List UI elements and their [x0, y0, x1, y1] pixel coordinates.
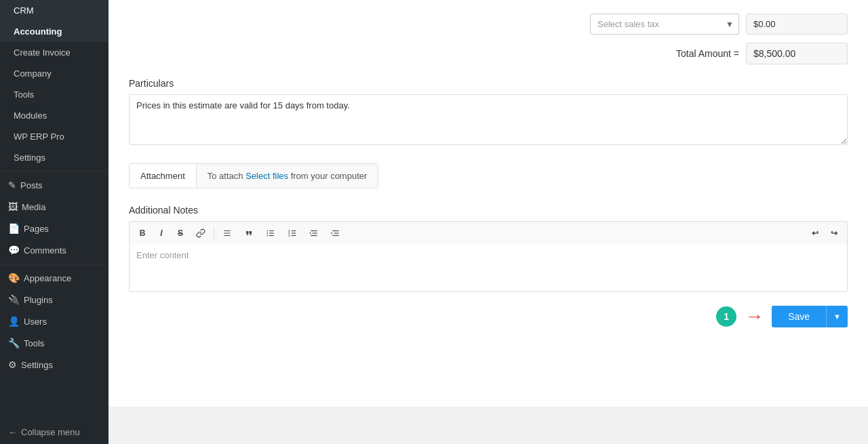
content-area: Select sales tax ▼ $0.00 Total Amount = … — [108, 0, 868, 407]
ordered-list-button[interactable]: 1 2 3 — [282, 224, 302, 242]
sales-tax-select[interactable]: Select sales tax — [590, 14, 739, 35]
comments-label: Comments — [24, 245, 66, 256]
users-icon: 👤 — [8, 316, 20, 327]
attachment-text-after: from your computer — [288, 171, 367, 181]
tools-icon: 🔧 — [8, 338, 20, 348]
settings-icon: ⚙ — [8, 359, 17, 370]
sales-tax-amount: $0.00 — [746, 14, 848, 35]
save-button-group: Save ▼ — [772, 306, 848, 327]
redo-button[interactable]: ↪ — [825, 224, 843, 242]
unordered-list-button[interactable] — [260, 224, 281, 242]
select-files-link[interactable]: Select files — [245, 171, 288, 181]
editor-placeholder: Enter content — [136, 250, 189, 260]
save-section: 1 → Save ▼ — [129, 306, 848, 327]
total-amount-label: Total Amount = — [676, 48, 739, 59]
wp-erp-pro-label: WP ERP Pro — [14, 132, 64, 142]
collapse-label: Collapse menu — [21, 427, 80, 437]
sidebar-item-users[interactable]: 👤 Users — [0, 310, 108, 332]
collapse-menu[interactable]: ← Collapse menu — [0, 420, 108, 444]
additional-notes-label: Additional Notes — [129, 205, 848, 216]
editor-toolbar: B I S — [129, 221, 848, 245]
heading-button[interactable] — [217, 224, 237, 242]
settings-erp-label: Settings — [14, 153, 45, 163]
company-label: Company — [14, 68, 52, 79]
svg-text:3: 3 — [288, 234, 290, 237]
modules-label: Modules — [14, 110, 47, 121]
undo-button[interactable]: ↩ — [806, 224, 824, 242]
italic-button[interactable]: I — [153, 224, 170, 242]
sidebar-item-create-invoice[interactable]: Create Invoice — [0, 42, 108, 63]
plugins-icon: 🔌 — [8, 294, 20, 305]
attachment-tab: Attachment To attach Select files from y… — [129, 163, 378, 188]
sidebar-item-tools[interactable]: Tools — [0, 84, 108, 105]
attachment-text-before: To attach — [208, 171, 245, 181]
arrow-right-icon: → — [745, 307, 764, 326]
svg-point-4 — [267, 233, 268, 234]
media-icon: 🖼 — [8, 201, 18, 212]
sidebar-item-wp-erp-pro[interactable]: WP ERP Pro — [0, 126, 108, 147]
step-indicator: 1 — [716, 306, 736, 327]
sidebar-item-company[interactable]: Company — [0, 63, 108, 84]
indent-decrease-button[interactable] — [304, 224, 324, 242]
sidebar-item-settings[interactable]: Settings — [0, 147, 108, 168]
svg-point-3 — [267, 230, 268, 232]
attachment-tab-content: To attach Select files from your compute… — [197, 164, 378, 188]
sidebar-item-media[interactable]: 🖼 Media — [0, 196, 108, 218]
sales-tax-row: Select sales tax ▼ $0.00 — [129, 14, 848, 35]
pages-label: Pages — [24, 224, 49, 234]
tools-label: Tools — [14, 89, 34, 100]
sidebar-item-appearance[interactable]: 🎨 Appearance — [0, 267, 108, 289]
main-content: Select sales tax ▼ $0.00 Total Amount = … — [108, 0, 868, 444]
total-amount-row: Total Amount = $8,500.00 — [129, 43, 848, 64]
settings2-label: Settings — [21, 360, 53, 370]
attachment-tab-label: Attachment — [130, 164, 197, 188]
pages-icon: 📄 — [8, 223, 20, 234]
sidebar-item-settings2[interactable]: ⚙ Settings — [0, 354, 108, 376]
crm-label: CRM — [14, 5, 34, 16]
additional-notes-section: Additional Notes B I S — [129, 205, 848, 292]
save-button[interactable]: Save — [772, 306, 826, 327]
indent-increase-button[interactable] — [326, 224, 346, 242]
bold-button[interactable]: B — [134, 224, 151, 242]
editor-content[interactable]: Enter content — [129, 245, 848, 292]
sidebar-item-crm[interactable]: CRM — [0, 0, 108, 21]
accounting-label: Accounting — [14, 26, 62, 37]
sales-tax-select-wrapper: Select sales tax ▼ — [590, 14, 739, 35]
particulars-label: Particulars — [129, 78, 848, 89]
total-amount-value: $8,500.00 — [746, 43, 848, 64]
sidebar-item-tools2[interactable]: 🔧 Tools — [0, 332, 108, 354]
link-button[interactable] — [191, 224, 211, 242]
sidebar: CRM Accounting Create Invoice Company To… — [0, 0, 108, 444]
toolbar-divider-1 — [214, 226, 214, 240]
comments-icon: 💬 — [8, 245, 20, 256]
particulars-textarea[interactable]: Prices in this estimate are valid for 15… — [129, 94, 848, 145]
users-label: Users — [24, 317, 47, 327]
sidebar-item-posts[interactable]: ✎ Posts — [0, 174, 108, 196]
tools2-label: Tools — [24, 338, 44, 348]
blockquote-button[interactable] — [239, 224, 259, 242]
svg-point-5 — [267, 235, 268, 237]
collapse-icon: ← — [8, 427, 17, 437]
plugins-label: Plugins — [24, 295, 53, 305]
attachment-section: Attachment To attach Select files from y… — [129, 163, 848, 188]
sidebar-item-comments[interactable]: 💬 Comments — [0, 239, 108, 261]
sidebar-item-plugins[interactable]: 🔌 Plugins — [0, 289, 108, 310]
sidebar-item-modules[interactable]: Modules — [0, 105, 108, 126]
create-invoice-label: Create Invoice — [14, 47, 71, 58]
strikethrough-button[interactable]: S — [172, 224, 189, 242]
media-label: Media — [22, 202, 45, 212]
posts-icon: ✎ — [8, 180, 16, 190]
appearance-icon: 🎨 — [8, 273, 20, 283]
posts-label: Posts — [20, 180, 43, 190]
save-dropdown-button[interactable]: ▼ — [826, 306, 848, 327]
sidebar-item-accounting[interactable]: Accounting — [0, 21, 108, 42]
particulars-section: Particulars Prices in this estimate are … — [129, 78, 848, 147]
appearance-label: Appearance — [24, 273, 71, 283]
sidebar-item-pages[interactable]: 📄 Pages — [0, 218, 108, 239]
